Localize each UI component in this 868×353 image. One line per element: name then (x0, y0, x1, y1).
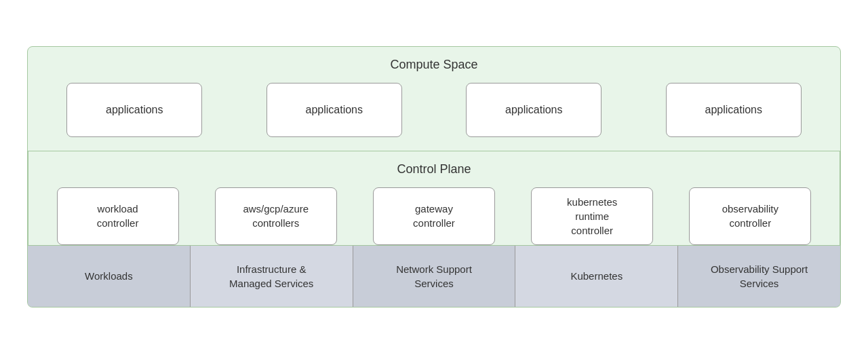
network-support-services: Network SupportServices (353, 246, 516, 307)
app-box-2: applications (267, 83, 402, 137)
compute-space-title: Compute Space (41, 58, 827, 72)
infrastructure-managed-services: Infrastructure &Managed Services (191, 246, 353, 307)
architecture-diagram: Compute Space applications applications … (27, 46, 841, 308)
observability-controller-box: observabilitycontroller (689, 187, 811, 245)
kubernetes-service: Kubernetes (515, 246, 678, 307)
controllers-row: workloadcontroller aws/gcp/azurecontroll… (42, 187, 826, 245)
app-box-4: applications (666, 83, 802, 137)
control-plane-title: Control Plane (42, 162, 826, 176)
app-box-1: applications (66, 83, 202, 137)
aws-gcp-azure-controller-box: aws/gcp/azurecontrollers (215, 187, 337, 245)
app-box-3: applications (466, 83, 601, 137)
control-plane-section: Control Plane workloadcontroller aws/gcp… (28, 151, 840, 246)
workload-controller-box: workloadcontroller (57, 187, 179, 245)
apps-row: applications applications applications a… (41, 83, 827, 137)
kubernetes-runtime-controller-box: kubernetesruntimecontroller (531, 187, 653, 245)
gateway-controller-box: gatewaycontroller (373, 187, 495, 245)
workloads-service: Workloads (28, 246, 191, 307)
compute-space-section: Compute Space applications applications … (27, 46, 841, 151)
services-row: Workloads Infrastructure &Managed Servic… (28, 246, 840, 307)
observability-support-services: Observability SupportServices (678, 246, 840, 307)
control-plane-wrapper: Control Plane workloadcontroller aws/gcp… (27, 151, 841, 308)
